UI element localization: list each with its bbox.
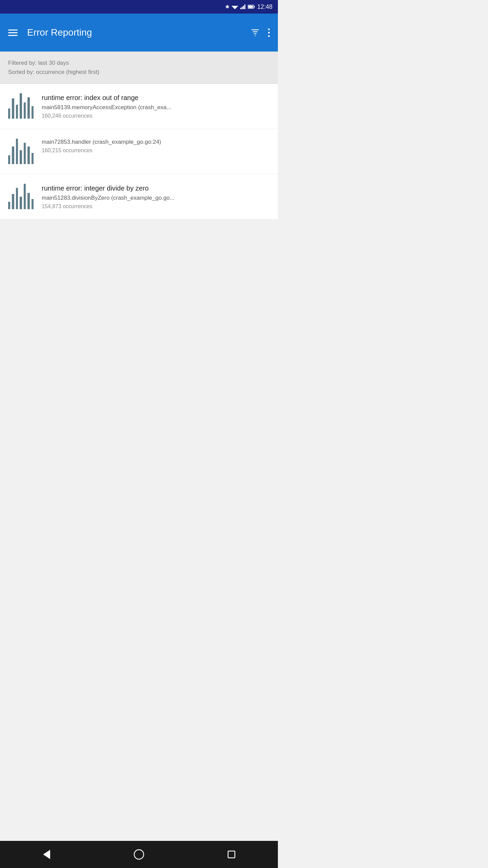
- error-item[interactable]: main72853.handler (crash_example_go.go:2…: [0, 129, 278, 174]
- chart-bar: [20, 150, 22, 164]
- filter-line1: Filtered by: last 30 days: [8, 58, 270, 67]
- svg-rect-2: [240, 8, 241, 9]
- app-bar: Error Reporting: [0, 14, 278, 52]
- chart-bar: [32, 153, 34, 164]
- battery-icon: [248, 5, 255, 9]
- error-subtitle: main72853.handler (crash_example_go.go:2…: [42, 139, 270, 145]
- error-content: runtime error: index out of range main58…: [42, 93, 270, 119]
- chart-bar: [20, 93, 22, 119]
- chart-bar: [12, 146, 14, 164]
- error-title: runtime error: index out of range: [42, 93, 270, 102]
- error-subtitle: main58139.memoryAccessException (crash_e…: [42, 104, 270, 111]
- error-content: main72853.handler (crash_example_go.go:2…: [42, 139, 270, 154]
- error-item[interactable]: runtime error: integer divide by zero ma…: [0, 174, 278, 219]
- signal-icon: [240, 4, 246, 9]
- svg-rect-5: [244, 4, 245, 9]
- bluetooth-icon: ✱: [225, 4, 229, 9]
- chart-bar: [32, 106, 34, 119]
- wifi-icon: [231, 4, 238, 9]
- hamburger-icon: [8, 29, 18, 31]
- chart-bar: [27, 193, 29, 210]
- status-time: 12:48: [257, 3, 272, 11]
- filter-info-bar: Filtered by: last 30 days Sorted by: occ…: [0, 52, 278, 84]
- error-occurrences: 160,246 occurrences: [42, 113, 270, 119]
- more-options-button[interactable]: [265, 26, 272, 40]
- error-chart-icon: [8, 93, 34, 119]
- more-icon: [268, 28, 270, 37]
- chart-bar: [20, 197, 22, 210]
- status-icons: ✱ 12:48: [225, 3, 272, 11]
- chart-bar: [8, 155, 10, 164]
- error-title: runtime error: integer divide by zero: [42, 184, 270, 193]
- error-occurrences: 160,215 occurrences: [42, 147, 270, 154]
- filter-icon: [250, 28, 260, 37]
- svg-rect-4: [243, 6, 244, 9]
- error-occurrences: 154,873 occurrences: [42, 203, 270, 210]
- chart-bar: [27, 97, 29, 119]
- status-bar: ✱ 12:48: [0, 0, 278, 14]
- error-chart-icon: [8, 139, 34, 164]
- app-title: Error Reporting: [27, 27, 241, 38]
- svg-rect-8: [248, 6, 253, 8]
- error-subtitle: main51283.divisionByZero (crash_example_…: [42, 195, 270, 201]
- chart-bar: [12, 98, 14, 119]
- menu-button[interactable]: [5, 27, 20, 39]
- chart-bar: [24, 143, 26, 164]
- svg-rect-3: [242, 7, 243, 9]
- chart-bar: [8, 108, 10, 119]
- chart-bar: [27, 146, 29, 164]
- chart-bar: [24, 102, 26, 119]
- error-chart-icon: [8, 184, 34, 209]
- error-item[interactable]: runtime error: index out of range main58…: [0, 84, 278, 129]
- filter-button[interactable]: [248, 25, 263, 40]
- hamburger-icon: [8, 32, 18, 33]
- error-content: runtime error: integer divide by zero ma…: [42, 184, 270, 210]
- chart-bar: [16, 105, 18, 119]
- error-list: runtime error: index out of range main58…: [0, 84, 278, 219]
- chart-bar: [32, 199, 34, 209]
- app-bar-actions: [248, 25, 272, 40]
- chart-bar: [8, 202, 10, 210]
- chart-bar: [12, 194, 14, 209]
- svg-rect-7: [254, 6, 255, 7]
- chart-bar: [24, 184, 26, 209]
- svg-marker-1: [232, 7, 237, 9]
- hamburger-icon: [8, 35, 18, 36]
- chart-bar: [16, 188, 18, 210]
- chart-bar: [16, 139, 18, 164]
- sort-line: Sorted by: occurrence (highest first): [8, 67, 270, 77]
